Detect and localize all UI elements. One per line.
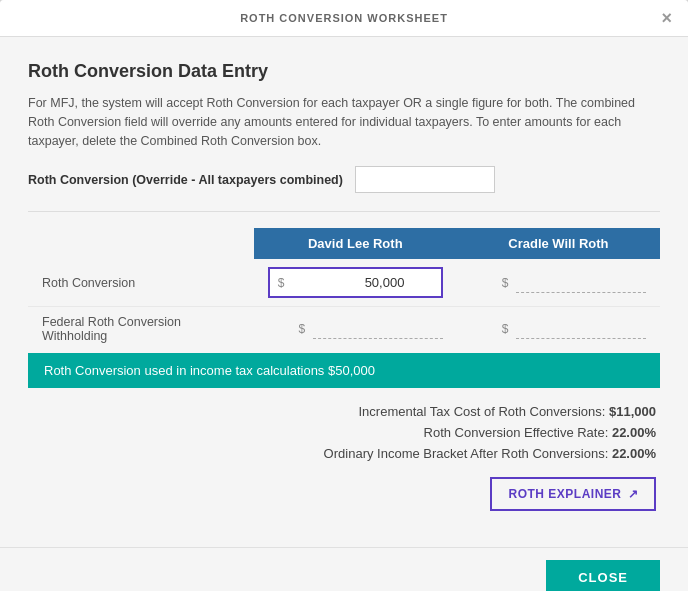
- summary-value-2: 22.00%: [612, 425, 656, 440]
- roth-conversion-input-2[interactable]: [516, 273, 646, 293]
- dollar-sign: $: [278, 276, 285, 290]
- roth-conversion-input-1[interactable]: [288, 273, 408, 292]
- taxpayer2-header: Cradle Will Roth: [457, 228, 660, 259]
- row1-val2-cell: $: [457, 259, 660, 307]
- summary-label-1: Incremental Tax Cost of Roth Conversions…: [359, 404, 610, 419]
- withholding-input-2[interactable]: [516, 319, 646, 339]
- teal-banner: Roth Conversion used in income tax calcu…: [28, 353, 660, 388]
- dollar-sign4: $: [502, 322, 509, 336]
- summary-row-1: Incremental Tax Cost of Roth Conversions…: [28, 404, 656, 419]
- description-text: For MFJ, the system will accept Roth Con…: [28, 94, 660, 150]
- summary-row-2: Roth Conversion Effective Rate: 22.00%: [28, 425, 656, 440]
- row2-val2-cell: $: [457, 307, 660, 352]
- dollar-sign2: $: [502, 276, 509, 290]
- taxpayer-table: David Lee Roth Cradle Will Roth Roth Con…: [28, 228, 660, 351]
- row1-val1-cell: $: [254, 259, 457, 307]
- external-link-icon: ↗: [628, 487, 639, 501]
- section-heading: Roth Conversion Data Entry: [28, 61, 660, 82]
- row2-val1-cell: $: [254, 307, 457, 352]
- empty-header: [28, 228, 254, 259]
- summary-label-2: Roth Conversion Effective Rate:: [424, 425, 612, 440]
- roth-explainer-button[interactable]: ROTH EXPLAINER ↗: [490, 477, 656, 511]
- modal-title: ROTH CONVERSION WORKSHEET: [240, 12, 448, 24]
- combined-label: Roth Conversion (Override - All taxpayer…: [28, 173, 343, 187]
- highlighted-input-wrapper: $: [268, 267, 443, 298]
- summary-value-3: 22.00%: [612, 446, 656, 461]
- row2-label: Federal Roth ConversionWithholding: [28, 307, 254, 352]
- modal-body: Roth Conversion Data Entry For MFJ, the …: [0, 37, 688, 547]
- summary-value-1: $11,000: [609, 404, 656, 419]
- summary-row-3: Ordinary Income Bracket After Roth Conve…: [28, 446, 656, 461]
- summary-section: Incremental Tax Cost of Roth Conversions…: [28, 404, 660, 511]
- table-row: Roth Conversion $ $: [28, 259, 660, 307]
- close-x-button[interactable]: ×: [661, 8, 672, 29]
- taxpayer1-header: David Lee Roth: [254, 228, 457, 259]
- modal-container: ROTH CONVERSION WORKSHEET × Roth Convers…: [0, 0, 688, 591]
- explainer-label: ROTH EXPLAINER: [508, 487, 621, 501]
- combined-input[interactable]: [355, 166, 495, 193]
- modal-footer: CLOSE: [0, 547, 688, 591]
- close-button[interactable]: CLOSE: [546, 560, 660, 591]
- row1-label: Roth Conversion: [28, 259, 254, 307]
- summary-label-3: Ordinary Income Bracket After Roth Conve…: [324, 446, 612, 461]
- divider: [28, 211, 660, 212]
- withholding-input-1[interactable]: [313, 319, 443, 339]
- modal-header: ROTH CONVERSION WORKSHEET ×: [0, 0, 688, 37]
- dollar-sign3: $: [299, 322, 306, 336]
- table-row: Federal Roth ConversionWithholding $ $: [28, 307, 660, 352]
- combined-field-row: Roth Conversion (Override - All taxpayer…: [28, 166, 660, 193]
